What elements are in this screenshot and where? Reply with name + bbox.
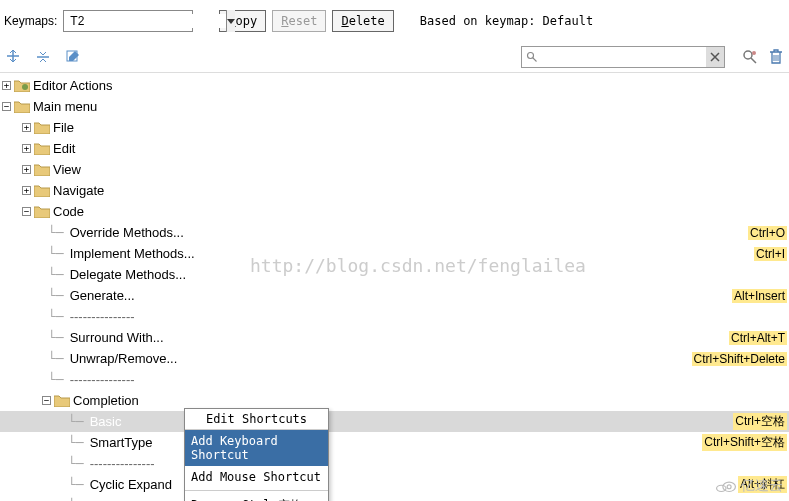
expand-icon[interactable]: + <box>22 123 31 132</box>
ctx-add-keyboard-shortcut[interactable]: Add Keyboard Shortcut <box>185 430 328 466</box>
tree-node-view[interactable]: +View <box>0 159 789 180</box>
shortcut-badge: Ctrl+Shift+空格 <box>702 434 787 451</box>
folder-icon <box>54 394 70 407</box>
folder-icon <box>34 184 50 197</box>
tree-node-code[interactable]: −Code <box>0 201 789 222</box>
expand-icon[interactable]: + <box>22 165 31 174</box>
search-input[interactable] <box>521 46 725 68</box>
folder-icon <box>34 163 50 176</box>
tree-node-file[interactable]: +File <box>0 117 789 138</box>
delete-button[interactable]: Delete <box>332 10 393 32</box>
tree-leaf-cyclic-expand-2[interactable]: └─Cyclic Expand <box>0 495 789 501</box>
find-action-icon[interactable] <box>741 48 759 66</box>
folder-icon <box>34 121 50 134</box>
tree-separator: └─--------------- <box>0 369 789 390</box>
tree-node-navigate[interactable]: +Navigate <box>0 180 789 201</box>
tree-leaf-cyclic-expand[interactable]: └─Cyclic ExpandAlt+斜杠 <box>0 474 789 495</box>
shortcut-badge: Ctrl+空格 <box>733 413 787 430</box>
expand-icon[interactable]: + <box>22 186 31 195</box>
svg-point-6 <box>723 482 736 491</box>
keymap-select[interactable] <box>63 10 193 32</box>
keymap-value[interactable] <box>64 14 226 28</box>
tree-node-completion[interactable]: −Completion <box>0 390 789 411</box>
shortcut-badge: Ctrl+Alt+T <box>729 331 787 345</box>
collapse-icon[interactable]: − <box>22 207 31 216</box>
tree-leaf-generate[interactable]: └─Generate...Alt+Insert <box>0 285 789 306</box>
svg-point-1 <box>528 53 534 59</box>
shortcut-badge: Alt+Insert <box>732 289 787 303</box>
collapse-icon[interactable]: − <box>2 102 11 111</box>
dropdown-icon[interactable] <box>226 10 235 32</box>
edit-shortcut-icon[interactable] <box>64 48 82 66</box>
tree-node-main-menu[interactable]: −Main menu <box>0 96 789 117</box>
tree-leaf-implement[interactable]: └─Implement Methods...Ctrl+I <box>0 243 789 264</box>
search-icon <box>522 51 542 63</box>
svg-point-4 <box>22 84 28 90</box>
svg-point-3 <box>752 51 756 55</box>
expand-icon[interactable]: + <box>2 81 11 90</box>
expand-icon[interactable]: + <box>22 144 31 153</box>
svg-point-2 <box>744 51 752 59</box>
tree-leaf-smarttype[interactable]: └─SmartTypeCtrl+Shift+空格 <box>0 432 789 453</box>
shortcut-badge: Ctrl+O <box>748 226 787 240</box>
svg-point-7 <box>727 485 731 489</box>
ctx-remove-shortcut[interactable]: Remove Ctrl+空格 <box>185 493 328 501</box>
tree-node-editor-actions[interactable]: +Editor Actions <box>0 75 789 96</box>
tree-leaf-override[interactable]: └─Override Methods...Ctrl+O <box>0 222 789 243</box>
folder-icon <box>14 100 30 113</box>
shortcut-badge: Ctrl+Shift+Delete <box>692 352 787 366</box>
tree-leaf-basic[interactable]: └─BasicCtrl+空格 <box>0 411 789 432</box>
ctx-add-mouse-shortcut[interactable]: Add Mouse Shortcut <box>185 466 328 488</box>
context-menu: Edit Shortcuts Add Keyboard Shortcut Add… <box>184 408 329 501</box>
clear-search-icon[interactable] <box>706 47 724 67</box>
tree-separator: └─--------------- <box>0 306 789 327</box>
tree-leaf-delegate[interactable]: └─Delegate Methods... <box>0 264 789 285</box>
collapse-icon[interactable]: − <box>42 396 51 405</box>
based-on-label: Based on keymap: Default <box>420 14 593 28</box>
keymap-tree: +Editor Actions −Main menu +File +Edit +… <box>0 73 789 501</box>
context-menu-title: Edit Shortcuts <box>185 409 328 430</box>
shortcut-badge: Ctrl+I <box>754 247 787 261</box>
keymaps-label: Keymaps: <box>4 14 57 28</box>
tree-leaf-unwrap[interactable]: └─Unwrap/Remove...Ctrl+Shift+Delete <box>0 348 789 369</box>
trash-icon[interactable] <box>767 48 785 66</box>
reset-button: Reset <box>272 10 326 32</box>
brand-logo: 亿速云 <box>715 477 783 495</box>
tree-leaf-surround[interactable]: └─Surround With...Ctrl+Alt+T <box>0 327 789 348</box>
expand-all-icon[interactable] <box>4 48 22 66</box>
tree-node-edit[interactable]: +Edit <box>0 138 789 159</box>
search-field[interactable] <box>542 50 706 64</box>
tree-separator: └─--------------- <box>0 453 789 474</box>
gear-folder-icon <box>14 79 30 92</box>
folder-icon <box>34 142 50 155</box>
collapse-all-icon[interactable] <box>34 48 52 66</box>
context-menu-separator <box>185 490 328 491</box>
folder-icon <box>34 205 50 218</box>
